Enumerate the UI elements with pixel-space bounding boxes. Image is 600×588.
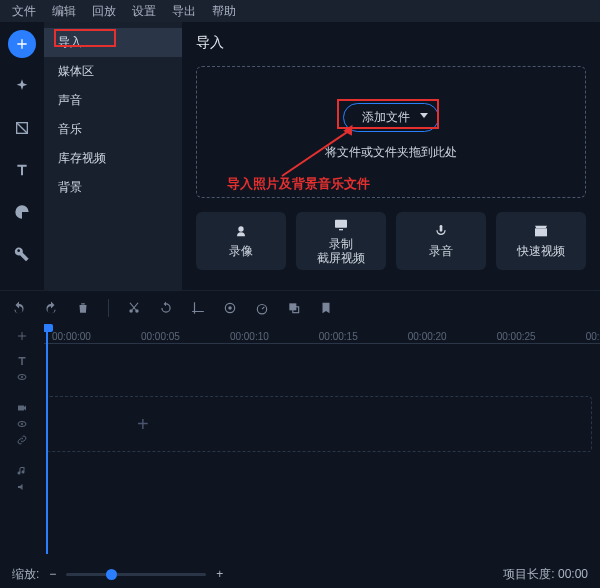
menubar: 文件 编辑 回放 设置 导出 帮助	[0, 0, 600, 22]
camera-icon	[233, 223, 249, 239]
zoom-in[interactable]: +	[216, 567, 223, 581]
sidebar-tools[interactable]	[8, 240, 36, 268]
qbtn-record-audio[interactable]: 录音	[396, 212, 486, 270]
svg-point-1	[238, 226, 243, 231]
sidepanel-media[interactable]: 媒体区	[44, 57, 182, 86]
undo-icon[interactable]	[12, 301, 26, 315]
svg-rect-4	[440, 225, 443, 232]
add-clip-icon[interactable]: +	[137, 413, 149, 436]
qbtn-label-top: 录制	[317, 237, 365, 251]
qbtn-record-camera[interactable]: 录像	[196, 212, 286, 270]
zoom-out[interactable]: −	[49, 567, 56, 581]
video-track-icon	[16, 402, 28, 414]
menu-playback[interactable]: 回放	[86, 1, 122, 22]
qbtn-label: 录音	[429, 243, 453, 260]
crop-icon[interactable]	[191, 301, 205, 315]
rotate-icon[interactable]	[159, 301, 173, 315]
svg-rect-5	[535, 228, 547, 236]
text-track-icon	[16, 355, 28, 367]
svg-rect-2	[335, 219, 347, 227]
menu-file[interactable]: 文件	[6, 1, 42, 22]
speed-icon[interactable]	[255, 301, 269, 315]
qbtn-record-screen[interactable]: 录制 截屏视频	[296, 212, 386, 270]
qbtn-label: 快速视频	[517, 243, 565, 260]
ruler-tick: 00:00:20	[408, 331, 447, 342]
ruler-tick: 00:00:00	[52, 331, 91, 342]
menu-settings[interactable]: 设置	[126, 1, 162, 22]
track-text-header[interactable]	[0, 348, 44, 390]
marker-icon[interactable]	[319, 301, 333, 315]
track-add-header[interactable]	[0, 324, 44, 348]
svg-point-14	[21, 376, 23, 378]
sidepanel-background[interactable]: 背景	[44, 173, 182, 202]
ruler-tick: 00:00:05	[141, 331, 180, 342]
add-track-icon	[16, 330, 28, 342]
clapper-icon	[533, 223, 549, 239]
ruler-tick: 00:00:10	[230, 331, 269, 342]
monitor-icon	[333, 217, 349, 233]
track-headers	[0, 324, 44, 554]
track-audio-header[interactable]	[0, 458, 44, 500]
menu-help[interactable]: 帮助	[206, 1, 242, 22]
sidebar-stickers[interactable]	[8, 198, 36, 226]
sidepanel-sound[interactable]: 声音	[44, 86, 182, 115]
add-file-button[interactable]: 添加文件	[343, 103, 439, 132]
redo-icon[interactable]	[44, 301, 58, 315]
menu-export[interactable]: 导出	[166, 1, 202, 22]
timeline: 00:00:00 00:00:05 00:00:10 00:00:15 00:0…	[0, 290, 600, 588]
track-video-header[interactable]	[0, 390, 44, 458]
zoom-label: 缩放:	[12, 566, 39, 583]
page-title: 导入	[196, 34, 586, 52]
eye-icon[interactable]	[16, 371, 28, 383]
sidebar-titles[interactable]	[8, 156, 36, 184]
link-icon[interactable]	[16, 434, 28, 446]
svg-point-10	[257, 304, 266, 313]
drop-hint: 将文件或文件夹拖到此处	[325, 144, 457, 161]
annotation-text: 导入照片及背景音乐文件	[227, 175, 370, 193]
zoom-slider[interactable]	[66, 573, 206, 576]
menu-edit[interactable]: 编辑	[46, 1, 82, 22]
ruler-tick: 00:00:15	[319, 331, 358, 342]
quick-buttons: 录像 录制 截屏视频 录音 快速视频	[196, 212, 586, 270]
ruler-tick: 00:00:30	[586, 331, 600, 342]
volume-icon[interactable]	[16, 481, 28, 493]
video-track[interactable]: +	[46, 396, 592, 452]
svg-rect-15	[18, 406, 24, 411]
overlay-icon[interactable]	[287, 301, 301, 315]
qbtn-label: 录像	[229, 243, 253, 260]
qbtn-quick-video[interactable]: 快速视频	[496, 212, 586, 270]
sidepanel-music[interactable]: 音乐	[44, 115, 182, 144]
sidepanel-stockvideo[interactable]: 库存视频	[44, 144, 182, 173]
timeline-ruler[interactable]: 00:00:00 00:00:05 00:00:10 00:00:15 00:0…	[44, 324, 600, 348]
playhead[interactable]	[46, 324, 48, 554]
track-body[interactable]: 00:00:00 00:00:05 00:00:10 00:00:15 00:0…	[44, 324, 600, 554]
svg-point-17	[21, 423, 23, 425]
mic-icon	[433, 223, 449, 239]
bottombar: 缩放: − + 项目长度: 00:00	[0, 560, 600, 588]
svg-point-9	[228, 306, 232, 310]
project-length-value: 00:00	[558, 567, 588, 581]
project-length-label: 项目长度:	[503, 567, 554, 581]
sidebar-effects[interactable]	[8, 72, 36, 100]
eye-icon[interactable]	[16, 418, 28, 430]
audio-track-icon	[16, 465, 28, 477]
timeline-toolbar	[0, 290, 600, 324]
delete-icon[interactable]	[76, 301, 90, 315]
sidepanel-import[interactable]: 导入	[44, 28, 182, 57]
color-icon[interactable]	[223, 301, 237, 315]
sidebar-add[interactable]	[8, 30, 36, 58]
cut-icon[interactable]	[127, 301, 141, 315]
qbtn-label: 截屏视频	[317, 251, 365, 265]
sidebar-transitions[interactable]	[8, 114, 36, 142]
ruler-tick: 00:00:25	[497, 331, 536, 342]
svg-rect-3	[339, 229, 343, 230]
